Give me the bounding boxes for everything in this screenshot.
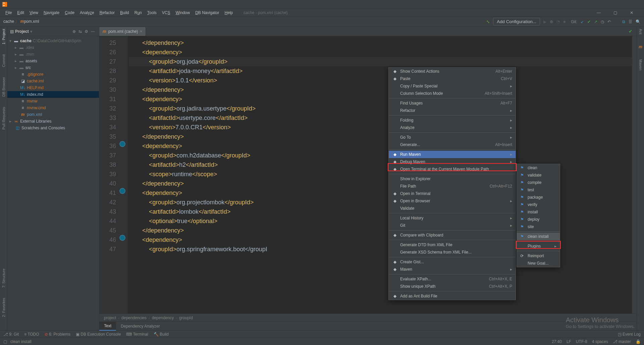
menu-tools[interactable]: Tools — [145, 9, 159, 16]
bottom-tab-eventlog[interactable]: ◳ Event Log — [618, 332, 641, 337]
search-everywhere-icon[interactable]: ⧉ — [622, 19, 625, 24]
menu-refactor[interactable]: Refactor — [97, 9, 117, 16]
scrollbar[interactable] — [632, 36, 637, 314]
bottom-tab-git[interactable]: ⎇ 9: Git — [3, 332, 19, 337]
left-tab-dbbrowser[interactable]: DB Browser — [2, 77, 6, 97]
tool-window-toggle-icon[interactable]: ▢ — [3, 339, 7, 344]
rollback-icon[interactable]: ↶ — [607, 19, 611, 24]
tree-item[interactable]: ≡mvnw.cmd — [7, 105, 99, 111]
menu-item[interactable]: Go To▸ — [389, 134, 516, 141]
menu-item[interactable]: ◆Open Terminal at the Current Maven Modu… — [389, 165, 516, 173]
menu-file[interactable]: FFileile — [3, 9, 14, 16]
submenu-item[interactable]: ⟳Reimport — [517, 252, 560, 260]
menu-item[interactable]: ◆Debug Maven▸ — [389, 158, 516, 165]
indent[interactable]: 4 spaces — [592, 339, 608, 344]
ide-settings-icon[interactable]: ☰ — [629, 19, 632, 24]
tree-item[interactable]: ◪cache.iml — [7, 78, 99, 84]
menu-item[interactable]: ◆Show Context ActionsAlt+Enter — [389, 68, 516, 75]
menu-item[interactable]: Analyze▸ — [389, 124, 516, 131]
submenu-item[interactable]: ⚑deploy — [517, 216, 560, 223]
bottom-tab-todo[interactable]: ≡ TODO — [24, 332, 39, 337]
menu-item[interactable]: Show unique XPathCtrl+Alt+X, P — [389, 283, 516, 290]
menu-item[interactable]: ◆Compare with Clipboard — [389, 231, 516, 239]
caret-position[interactable]: 27:40 — [552, 339, 562, 344]
submenu-item[interactable]: Plugins▸ — [517, 243, 560, 250]
build-icon[interactable]: ⤡ — [486, 19, 490, 24]
crumb[interactable]: project — [104, 316, 116, 320]
run-gutter-icon[interactable] — [119, 141, 125, 147]
tree-item[interactable]: ≡mvnw — [7, 98, 99, 105]
submenu-item[interactable]: ⚑validate — [517, 171, 560, 179]
left-tab-commit[interactable]: Commit — [2, 54, 6, 67]
menu-item[interactable]: Validate — [389, 205, 516, 212]
submenu-item[interactable]: ⚑test — [517, 186, 560, 194]
submenu-item[interactable]: ⚑verify — [517, 201, 560, 208]
menu-item[interactable]: Show in Explorer — [389, 175, 516, 183]
tree-item[interactable]: M↓HELP.md — [7, 84, 99, 91]
bottom-tab-terminal[interactable]: ⌨ Terminal — [126, 332, 148, 337]
history-icon[interactable]: ◷ — [601, 19, 604, 24]
locate-icon[interactable]: ⊕ — [72, 29, 76, 34]
tree-scratches[interactable]: ◫Scratches and Consoles — [7, 125, 99, 131]
close-tab-icon[interactable]: × — [140, 29, 142, 34]
menu-item[interactable]: ◆PasteCtrl+V — [389, 75, 516, 82]
debug-icon[interactable]: ⬢ — [550, 19, 553, 24]
menu-run[interactable]: Run — [132, 9, 145, 16]
tree-root[interactable]: ▾▬ cache C:\Data\Code\GitHub\Sprin — [7, 38, 99, 44]
close-icon[interactable]: ✕ — [627, 9, 636, 16]
crumb[interactable]: dependencies — [121, 316, 147, 320]
right-tab-maven[interactable]: Maven — [639, 59, 643, 70]
menu-item[interactable]: ◆Open in Terminal — [389, 190, 516, 197]
crumb[interactable]: groupId — [179, 316, 193, 320]
menu-item[interactable]: ◆Open in Browser▸ — [389, 197, 516, 205]
git-branch[interactable]: ⎇ master — [613, 339, 631, 344]
menu-item[interactable]: Folding▸ — [389, 117, 516, 124]
menu-item[interactable]: Evaluate XPath...Ctrl+Alt+X, E — [389, 275, 516, 283]
menu-item[interactable]: Find UsagesAlt+F7 — [389, 99, 516, 107]
push-icon[interactable]: ↗ — [594, 19, 597, 24]
tree-item[interactable]: mpom.xml — [7, 111, 99, 118]
chevron-down-icon[interactable]: ▾ — [30, 29, 32, 34]
submenu-item[interactable]: ⚑site — [517, 223, 560, 230]
run-icon[interactable]: ▶ — [543, 19, 546, 24]
menu-item[interactable]: ◆Add as Ant Build File — [389, 292, 516, 300]
editor-tab[interactable]: m pom.xml (cache) × — [99, 27, 146, 36]
left-tab-structure[interactable]: 7: Structure — [2, 269, 6, 288]
menu-item[interactable]: Git▸ — [389, 222, 516, 229]
add-configuration-button[interactable]: Add Configuration... — [493, 18, 540, 25]
bottom-tab-problems[interactable]: ⊘ 6: Problems — [45, 332, 70, 337]
menu-item[interactable]: Local History▸ — [389, 214, 516, 222]
menu-item[interactable]: ◆Create Gist... — [389, 258, 516, 266]
submenu-item[interactable]: ⚑install — [517, 208, 560, 216]
editor-subtab-text[interactable]: Text — [99, 322, 116, 331]
menu-analyze[interactable]: Analyze — [77, 9, 97, 16]
editor-subtab-dep-analyzer[interactable]: Dependency Analyzer — [116, 322, 165, 331]
menu-item[interactable]: Column Selection ModeAlt+Shift+Insert — [389, 90, 516, 97]
menu-help[interactable]: Help — [222, 9, 236, 16]
stop-icon[interactable]: ■ — [563, 19, 566, 24]
menu-item[interactable]: ◆Run Maven▸ — [389, 151, 516, 158]
menu-item[interactable]: Generate DTD from XML File — [389, 241, 516, 249]
submenu-item[interactable]: New Goal... — [517, 260, 560, 267]
tree-item[interactable]: ▸▬assets — [7, 58, 99, 64]
crumb[interactable]: dependency — [152, 316, 174, 320]
project-view-icon[interactable]: ▤ — [10, 29, 14, 34]
tree-item[interactable]: ▸▬.idea — [7, 44, 99, 51]
menu-view[interactable]: View — [27, 9, 41, 16]
gear-icon[interactable]: ⚙ — [85, 29, 88, 34]
tree-item[interactable]: ▸▬.mvn — [7, 51, 99, 58]
run-gutter-icon[interactable] — [119, 235, 125, 241]
menu-dbnavigator[interactable]: DB Navigator — [193, 9, 222, 16]
encoding[interactable]: UTF-8 — [576, 339, 587, 344]
tree-item[interactable]: ≡.gitignore — [7, 71, 99, 78]
menu-build[interactable]: Build — [117, 9, 132, 16]
menu-navigate[interactable]: Navigate — [41, 9, 62, 16]
breadcrumb[interactable]: cache 〉 mpom.xml — [3, 19, 39, 24]
menu-item[interactable]: Copy / Paste Special▸ — [389, 82, 516, 90]
menu-item[interactable]: ◆Maven▸ — [389, 266, 516, 273]
left-tab-pullrequests[interactable]: Pull Requests — [2, 107, 6, 130]
tree-item[interactable]: M↓index.md — [7, 91, 99, 98]
right-tab-ant[interactable]: Ant — [639, 29, 643, 34]
submenu-item[interactable]: ⚑clean — [517, 164, 560, 171]
left-tab-project[interactable]: 1: Project — [2, 29, 6, 44]
